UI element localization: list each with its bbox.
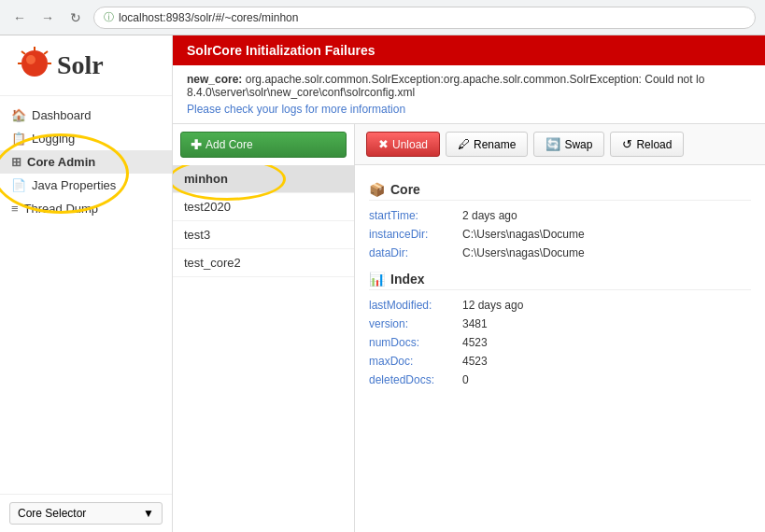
dashboard-icon: 🏠 [11,108,26,122]
lastmodified-label: lastModified: [369,299,462,312]
forward-button[interactable]: → [37,7,58,28]
version-label: version: [369,317,462,330]
core-info: 📦 Core startTime: 2 days ago instanceDir… [355,165,765,399]
core-selector-label: Core Selector [18,507,86,520]
add-core-label: Add Core [205,138,253,151]
core-list-item-test3[interactable]: test3 [173,221,354,249]
svg-line-4 [21,51,25,54]
core-list-item-test-core2[interactable]: test_core2 [173,249,354,277]
toolbar: ✖ Unload 🖊 Rename 🔄 Swap ↺ Reload [355,124,765,165]
swap-icon: 🔄 [545,137,560,151]
error-details: new_core: org.apache.solr.common.SolrExc… [173,65,765,124]
maxdoc-label: maxDoc: [369,355,462,368]
error-banner: SolrCore Initialization Failures [173,35,765,65]
logging-icon: 📋 [11,132,26,146]
unload-icon: ✖ [378,137,389,151]
index-section-icon: 📊 [369,272,385,287]
info-row-version: version: 3481 [369,315,751,333]
swap-button[interactable]: 🔄 Swap [533,132,604,157]
chevron-down-icon: ▼ [143,507,154,520]
app-container: Solr 🏠 Dashboard 📋 Logging ⊞ Core Admin … [0,35,765,532]
instancedir-value: C:\Users\nagas\Docume [462,228,585,241]
error-banner-title: SolrCore Initialization Failures [187,43,375,58]
url-text: localhost:8983/solr/#/~cores/minhon [119,11,298,24]
java-properties-icon: 📄 [11,178,26,192]
numdocs-value: 4523 [462,336,488,349]
datadir-label: dataDir: [369,246,462,259]
rename-icon: 🖊 [458,137,470,151]
numdocs-label: numDocs: [369,336,462,349]
logo-area: Solr [0,35,172,96]
address-bar[interactable]: ⓘ localhost:8983/solr/#/~cores/minhon [93,7,756,29]
deleteddocs-label: deletedDocs: [369,373,462,386]
sidebar-label-java-properties: Java Properties [32,178,116,192]
core-name-minhon: minhon [184,172,228,186]
reload-icon: ↺ [622,137,632,151]
content-area: SolrCore Initialization Failures new_cor… [173,35,765,532]
unload-label: Unload [392,138,428,151]
error-message-line: new_core: org.apache.solr.common.SolrExc… [187,73,751,99]
info-row-lastmodified: lastModified: 12 days ago [369,296,751,315]
sidebar-item-logging[interactable]: 📋 Logging [0,127,172,150]
core-selector-dropdown[interactable]: Core Selector ▼ [9,502,163,525]
core-list: minhon test2020 test3 test_core2 [173,165,354,532]
index-section-title: Index [390,272,425,287]
reload-button[interactable]: ↺ Reload [610,132,684,157]
core-admin-icon: ⊞ [11,155,21,169]
sidebar-nav: 🏠 Dashboard 📋 Logging ⊞ Core Admin 📄 Jav… [0,96,172,228]
sidebar-label-dashboard: Dashboard [32,108,92,122]
core-section-icon: 📦 [369,182,385,197]
plus-icon: ✚ [191,137,202,152]
instancedir-label: instanceDir: [369,228,462,241]
version-value: 3481 [462,317,488,330]
logo-text: Solr [57,50,104,80]
info-row-deleteddocs: deletedDocs: 0 [369,371,751,389]
deleteddocs-value: 0 [462,373,469,386]
sidebar-label-core-admin: Core Admin [27,155,95,169]
sidebar: Solr 🏠 Dashboard 📋 Logging ⊞ Core Admin … [0,35,173,532]
info-row-starttime: startTime: 2 days ago [369,206,751,225]
core-details-panel: ✖ Unload 🖊 Rename 🔄 Swap ↺ Reload [355,124,765,532]
lastmodified-value: 12 days ago [462,299,523,312]
index-section-header: 📊 Index [369,272,751,290]
refresh-button[interactable]: ↻ [65,7,86,28]
datadir-value: C:\Users\nagas\Docume [462,246,585,259]
svg-point-6 [26,55,35,64]
sidebar-item-core-admin[interactable]: ⊞ Core Admin [0,150,172,174]
starttime-label: startTime: [369,209,462,222]
info-row-instancedir: instanceDir: C:\Users\nagas\Docume [369,225,751,244]
info-row-datadir: dataDir: C:\Users\nagas\Docume [369,244,751,262]
main-panel: ✚ Add Core minhon test2020 test3 test_co… [173,124,765,532]
sidebar-item-dashboard[interactable]: 🏠 Dashboard [0,104,172,127]
thread-dump-icon: ≡ [11,202,19,216]
rename-button[interactable]: 🖊 Rename [446,132,528,157]
unload-button[interactable]: ✖ Unload [366,132,440,157]
svg-line-2 [44,51,48,54]
sidebar-item-java-properties[interactable]: 📄 Java Properties [0,174,172,197]
starttime-value: 2 days ago [462,209,517,222]
core-section-title: Core [390,182,420,197]
svg-point-0 [21,50,48,77]
info-row-maxdoc: maxDoc: 4523 [369,352,751,371]
reload-label: Reload [636,138,672,151]
core-list-item-test2020[interactable]: test2020 [173,193,354,221]
core-section-header: 📦 Core [369,182,751,201]
error-core-name: new_core: [187,73,242,86]
check-logs-text: Please check your logs for more informat… [187,103,751,116]
core-list-item-minhon[interactable]: minhon [173,165,354,193]
browser-chrome: ← → ↻ ⓘ localhost:8983/solr/#/~cores/min… [0,0,765,35]
back-button[interactable]: ← [9,7,30,28]
logo: Solr [14,47,158,84]
core-name-test-core2: test_core2 [184,256,241,270]
info-row-numdocs: numDocs: 4523 [369,333,751,352]
core-name-test3: test3 [184,228,210,242]
maxdoc-value: 4523 [462,355,488,368]
error-text: org.apache.solr.common.SolrException:org… [187,73,704,99]
core-list-panel: ✚ Add Core minhon test2020 test3 test_co… [173,124,355,532]
sidebar-label-logging: Logging [32,132,75,146]
add-core-button[interactable]: ✚ Add Core [180,132,347,158]
solr-logo-icon [14,47,51,84]
swap-label: Swap [564,138,592,151]
rename-label: Rename [474,138,516,151]
sidebar-item-thread-dump[interactable]: ≡ Thread Dump [0,197,172,220]
